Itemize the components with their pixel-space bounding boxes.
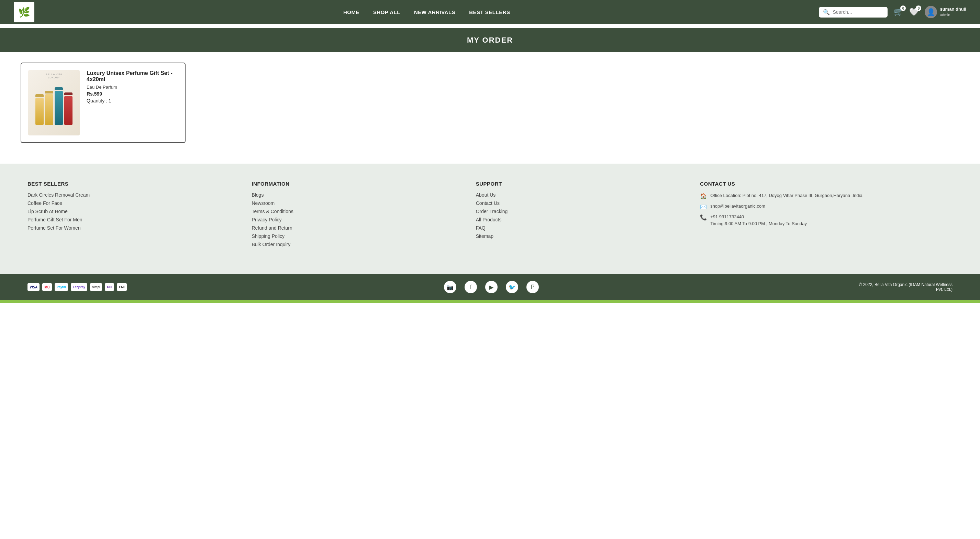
emi-icon: EMI	[117, 283, 126, 291]
lazypay-icon: LazyPay	[71, 283, 87, 291]
support-link[interactable]: Order Tracking	[476, 209, 686, 214]
phone-icon: 📞	[700, 214, 707, 221]
footer-grid: BEST SELLERS Dark Circles Removal CreamC…	[27, 181, 953, 250]
best-sellers-title: BEST SELLERS	[27, 181, 238, 187]
page-title: MY ORDER	[467, 36, 513, 44]
information-link[interactable]: Terms & Conditions	[251, 209, 462, 214]
twitter-icon[interactable]: 🐦	[506, 281, 518, 293]
footer-information: INFORMATION BlogsNewsroomTerms & Conditi…	[251, 181, 462, 250]
information-link[interactable]: Privacy Policy	[251, 217, 462, 222]
product-details: Luxury Unisex Perfume Gift Set - 4x20ml …	[87, 70, 178, 104]
order-card: BELLA VITALUXURY	[21, 62, 186, 143]
support-link[interactable]: Contact Us	[476, 200, 686, 206]
information-link[interactable]: Blogs	[251, 192, 462, 198]
search-icon: 🔍	[823, 9, 830, 16]
product-subtitle: Eau De Parfum	[87, 85, 178, 90]
avatar: 👤	[925, 6, 937, 18]
contact-phone: +91 9311732440	[710, 214, 744, 219]
support-title: SUPPORT	[476, 181, 686, 187]
search-input[interactable]	[833, 9, 883, 15]
page-title-bar: MY ORDER	[0, 28, 980, 52]
social-icons: 📷 f ▶ 🐦 P	[444, 281, 539, 293]
username: suman dhull	[940, 6, 966, 13]
youtube-icon[interactable]: ▶	[485, 281, 498, 293]
logo[interactable]: 🌿	[14, 2, 34, 22]
information-link[interactable]: Refund and Return	[251, 225, 462, 231]
upi-icon: UPI	[105, 283, 114, 291]
information-link[interactable]: Shipping Policy	[251, 233, 462, 239]
support-link[interactable]: All Products	[476, 217, 686, 222]
search-box[interactable]: 🔍	[819, 7, 888, 18]
cart-badge: 0	[900, 5, 906, 11]
nav-item-new-arrivals[interactable]: NEW ARRIVALS	[414, 9, 455, 15]
support-link[interactable]: About Us	[476, 192, 686, 198]
best-seller-link[interactable]: Perfume Gift Set For Men	[27, 217, 238, 222]
contact-title: CONTACT US	[700, 181, 953, 187]
best-seller-link[interactable]: Lip Scrub At Home	[27, 209, 238, 214]
mastercard-icon: MC	[42, 283, 52, 291]
user-role: admin	[940, 13, 966, 17]
nav-item-shop-all[interactable]: SHOP ALL	[373, 9, 400, 15]
contact-email: shop@bellavitaorganic.com	[710, 203, 765, 210]
cart-button[interactable]: 🛒 0	[894, 8, 903, 16]
instagram-icon[interactable]: 📷	[444, 281, 456, 293]
user-menu[interactable]: 👤 suman dhull admin	[925, 6, 966, 18]
main-content: BELLA VITALUXURY	[0, 52, 980, 164]
payment-icons: VISA MC Paytm LazyPay simpl UPI EMI	[27, 283, 127, 291]
product-quantity: Quantity : 1	[87, 98, 178, 104]
best-seller-link[interactable]: Coffee For Face	[27, 200, 238, 206]
wishlist-badge: 0	[916, 5, 921, 11]
bottle-4	[64, 92, 73, 125]
nav-item-best-sellers[interactable]: BEST SELLERS	[469, 9, 510, 15]
best-seller-link[interactable]: Perfume Set For Women	[27, 225, 238, 231]
bottle-3	[55, 87, 63, 125]
information-link[interactable]: Newsroom	[251, 200, 462, 206]
green-bottom-bar	[0, 300, 980, 303]
product-price: Rs.599	[87, 91, 178, 97]
contact-address: Office Location: Plot no. 417, Udyog Vih…	[710, 192, 862, 199]
product-name: Luxury Unisex Perfume Gift Set - 4x20ml	[87, 70, 178, 83]
bottle-2	[45, 91, 53, 125]
information-link[interactable]: Bulk Order Inquiry	[251, 242, 462, 247]
information-title: INFORMATION	[251, 181, 462, 187]
footer-bottom: VISA MC Paytm LazyPay simpl UPI EMI 📷 f …	[0, 274, 980, 300]
logo-icon: 🌿	[18, 6, 30, 18]
header: 🌿 HOMESHOP ALLNEW ARRIVALSBEST SELLERS 🔍…	[0, 0, 980, 24]
contact-phone-row: 📞 +91 9311732440 Timing:9:00 AM To 9:00 …	[700, 214, 953, 227]
paytm-icon: Paytm	[55, 283, 68, 291]
footer: BEST SELLERS Dark Circles Removal CreamC…	[0, 164, 980, 274]
wishlist-button[interactable]: 🤍 0	[909, 8, 918, 16]
footer-best-sellers: BEST SELLERS Dark Circles Removal CreamC…	[27, 181, 238, 250]
pinterest-icon[interactable]: P	[527, 281, 539, 293]
contact-timing: Timing:9:00 AM To 9:00 PM , Monday To Su…	[710, 221, 807, 226]
footer-support: SUPPORT About UsContact UsOrder Tracking…	[476, 181, 686, 250]
support-link[interactable]: FAQ	[476, 225, 686, 231]
simpl-icon: simpl	[90, 283, 102, 291]
user-text: suman dhull admin	[940, 6, 966, 17]
contact-email-row: ✉️ shop@bellavitaorganic.com	[700, 203, 953, 210]
contact-address-row: 🏠 Office Location: Plot no. 417, Udyog V…	[700, 192, 953, 199]
support-link[interactable]: Sitemap	[476, 233, 686, 239]
main-nav: HOMESHOP ALLNEW ARRIVALSBEST SELLERS	[45, 9, 808, 15]
header-right: 🔍 🛒 0 🤍 0 👤 suman dhull admin	[819, 6, 966, 18]
copyright: © 2022, Bella Vita Organic (IDAM Natural…	[856, 282, 953, 292]
product-image: BELLA VITALUXURY	[28, 70, 80, 136]
visa-icon: VISA	[27, 283, 40, 291]
footer-contact: CONTACT US 🏠 Office Location: Plot no. 4…	[700, 181, 953, 250]
best-seller-link[interactable]: Dark Circles Removal Cream	[27, 192, 238, 198]
nav-item-home[interactable]: HOME	[343, 9, 360, 15]
email-icon: ✉️	[700, 204, 707, 210]
home-icon: 🏠	[700, 193, 707, 199]
bottle-1	[35, 94, 44, 125]
facebook-icon[interactable]: f	[465, 281, 477, 293]
